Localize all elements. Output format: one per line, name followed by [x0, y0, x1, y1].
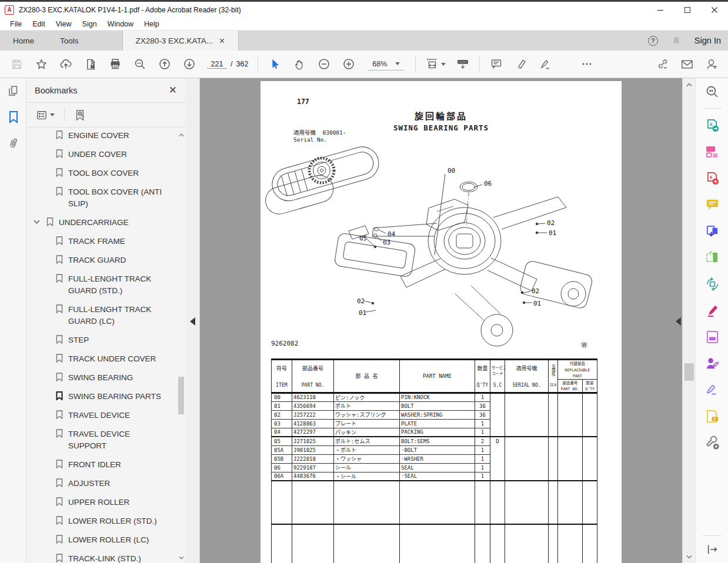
select-tool-button[interactable] — [264, 54, 285, 74]
highlight-button[interactable] — [510, 54, 532, 74]
menu-window[interactable]: Window — [102, 19, 139, 29]
bookmark-item[interactable]: LOWER ROLLER (LC) — [26, 531, 177, 549]
page-notes-button[interactable] — [696, 403, 728, 430]
bookmark-item[interactable]: TRACK FRAME — [26, 232, 177, 251]
email-button[interactable] — [676, 54, 697, 74]
hand-tool-button[interactable] — [289, 54, 310, 74]
account-button[interactable] — [701, 54, 722, 74]
close-button[interactable] — [701, 2, 728, 18]
bookmark-item[interactable]: TRACK-LINK (STD.) — [26, 549, 177, 563]
bookmark-item[interactable]: TRAVEL DEVICE — [26, 406, 177, 425]
more-tools-rail-button[interactable] — [696, 430, 728, 456]
minimize-button[interactable] — [647, 2, 674, 18]
bookmark-item[interactable]: UPPER ROLLER — [26, 493, 177, 512]
request-signatures-button[interactable] — [696, 350, 728, 377]
more-tools-button[interactable] — [576, 54, 597, 74]
expand-tools-button[interactable] — [696, 539, 728, 559]
zoom-in-button[interactable] — [338, 54, 359, 74]
bookmark-item[interactable]: LOWER ROLLER (STD.) — [26, 512, 177, 531]
menu-sign[interactable]: Sign — [77, 19, 102, 29]
notifications-bell-icon[interactable] — [671, 35, 682, 46]
tab-home[interactable]: Home — [0, 31, 47, 51]
fill-and-sign-button[interactable] — [696, 377, 728, 403]
chevron-down-icon[interactable] — [34, 217, 46, 224]
share-cloud-button[interactable] — [55, 54, 76, 74]
fill-sign-marker-button[interactable] — [696, 297, 728, 324]
bookmark-item[interactable]: FULL-LENGHT TRACK GUARD (STD.) — [26, 270, 177, 300]
page-thumbnails-button[interactable] — [0, 78, 26, 104]
tab-tools[interactable]: Tools — [47, 31, 92, 51]
scrollbar-thumb[interactable] — [684, 363, 694, 381]
scroll-down-icon[interactable] — [683, 551, 696, 562]
menu-view[interactable]: View — [51, 19, 77, 29]
combine-files-button[interactable] — [696, 218, 728, 244]
previous-page-button[interactable] — [154, 54, 175, 74]
bookmarks-toolbar — [26, 103, 185, 128]
export-pdf-button[interactable]: A — [696, 112, 728, 139]
bookmark-item[interactable]: UNDERCARRIAGE — [26, 213, 177, 232]
collapse-tools-icon[interactable] — [676, 317, 681, 326]
scroll-up-icon[interactable] — [683, 79, 696, 90]
document-canvas[interactable]: 177 旋回輪部品 SWING BEARING PARTS 適用号機 03000… — [200, 78, 682, 563]
search-tool-button[interactable] — [696, 78, 728, 105]
protected-page-icon — [705, 330, 720, 344]
bookmark-item[interactable]: SWING BEARING — [26, 368, 177, 387]
compress-pdf-button[interactable] — [696, 271, 728, 297]
scroll-down-icon[interactable] — [177, 554, 185, 562]
fit-width-button[interactable] — [422, 54, 449, 74]
share-link-button[interactable] — [652, 54, 673, 74]
create-pdf-button[interactable]: A — [696, 165, 728, 192]
bookmark-item[interactable]: TOOL BOX COVER — [26, 164, 177, 183]
collapse-panel-icon[interactable] — [190, 317, 195, 326]
protect-pdf-button[interactable] — [696, 324, 728, 350]
add-to-favorites-button[interactable] — [31, 54, 52, 74]
bookmark-label: ENGINE COVER — [68, 130, 129, 142]
protect-file-button[interactable] — [80, 54, 101, 74]
menu-help[interactable]: Help — [139, 19, 165, 29]
bookmark-item[interactable]: FRONT IDLER — [26, 455, 177, 474]
sign-in-button[interactable]: Sign In — [694, 36, 721, 45]
add-bookmark-button[interactable] — [72, 106, 88, 124]
bookmark-label: FULL-LENGHT TRACK GUARD (LC) — [68, 304, 169, 327]
bookmark-icon — [56, 410, 63, 421]
page-number-input[interactable] — [207, 60, 227, 69]
bookmark-item[interactable]: STEP — [26, 331, 177, 350]
comment-tool-button[interactable] — [696, 192, 728, 218]
figure-code: 9262082 — [271, 340, 298, 347]
zoom-level-select[interactable]: 68% — [368, 58, 405, 71]
print-button[interactable] — [105, 54, 126, 74]
attachments-button[interactable] — [0, 130, 26, 156]
bookmark-item[interactable]: FULL-LENGHT TRACK GUARD (LC) — [26, 300, 177, 331]
bookmark-item[interactable]: ADJUSTER — [26, 474, 177, 493]
bookmarks-panel-button[interactable] — [0, 104, 26, 130]
bookmark-item[interactable]: ENGINE COVER — [26, 130, 177, 145]
sign-button[interactable] — [535, 54, 556, 74]
menu-file[interactable]: File — [5, 19, 27, 29]
bookmarks-close-icon[interactable]: ✕ — [169, 84, 177, 96]
bookmark-label: TOOL BOX COVER — [68, 167, 139, 179]
zoom-out-button[interactable] — [313, 54, 335, 74]
next-page-button[interactable] — [179, 54, 200, 74]
bookmark-item[interactable]: SWING BEARING PARTS — [26, 387, 177, 406]
tab-document[interactable]: ZX280-3 EXC.KATA... ✕ — [122, 31, 239, 51]
bookmark-item[interactable]: TRAVEL DEVICE SUPPORT — [26, 425, 177, 455]
comment-button[interactable] — [486, 54, 507, 74]
scroll-up-icon[interactable] — [177, 131, 185, 139]
bookmark-item[interactable]: UNDER COVER — [26, 145, 177, 164]
bookmarks-scrollbar[interactable] — [177, 130, 185, 563]
maximize-button[interactable] — [674, 2, 701, 18]
bookmark-item[interactable]: TOOL BOX COVER (ANTI SLIP) — [26, 183, 177, 213]
bookmark-item[interactable]: TRACK GUARD — [26, 251, 177, 270]
help-icon[interactable]: ? — [648, 36, 658, 46]
find-button[interactable] — [129, 54, 151, 74]
bookmarks-options-button[interactable] — [34, 108, 57, 123]
edit-pdf-button[interactable] — [696, 244, 728, 271]
menu-edit[interactable]: Edit — [27, 19, 51, 29]
organize-pages-button[interactable] — [696, 139, 728, 165]
page-display-button[interactable] — [452, 54, 473, 74]
save-button[interactable] — [6, 54, 27, 74]
tab-close-icon[interactable]: ✕ — [219, 36, 225, 45]
document-scrollbar[interactable] — [682, 78, 695, 563]
bookmark-item[interactable]: TRACK UNDER COVER — [26, 350, 177, 368]
scrollbar-thumb[interactable] — [178, 377, 184, 414]
